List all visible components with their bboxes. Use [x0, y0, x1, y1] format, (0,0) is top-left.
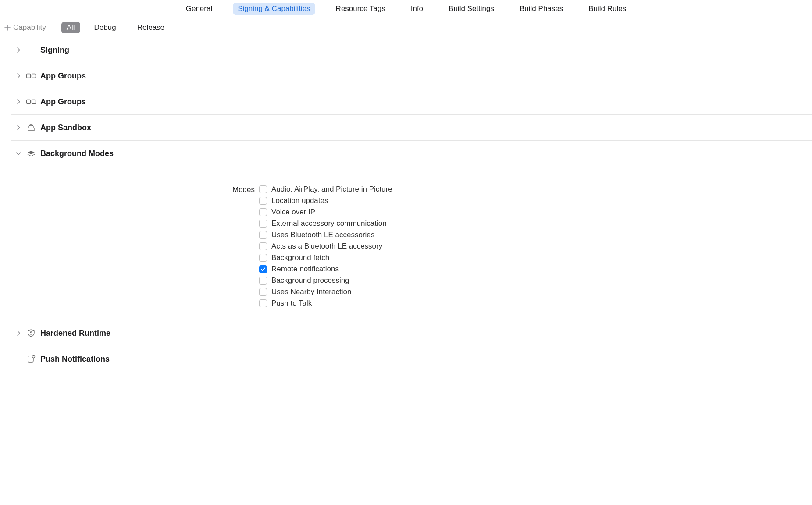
mode-label: Remote notifications [271, 265, 339, 274]
section-title-app-sandbox: App Sandbox [40, 123, 91, 132]
section-app-sandbox[interactable]: App Sandbox [11, 115, 812, 141]
chevron-down-icon [15, 150, 22, 157]
mode-item: Voice over IP [259, 208, 392, 217]
mode-item: Location updates [259, 196, 392, 205]
section-title-app-groups: App Groups [40, 97, 86, 107]
section-title-background-modes: Background Modes [40, 149, 114, 158]
mode-item: Uses Bluetooth LE accessories [259, 231, 392, 239]
tab-general[interactable]: General [182, 3, 217, 15]
mode-item: Uses Nearby Interaction [259, 288, 392, 296]
section-push-notifications[interactable]: Push Notifications [11, 346, 812, 372]
mode-label: Uses Bluetooth LE accessories [271, 231, 374, 239]
tab-signing-capabilities[interactable]: Signing & Capabilities [233, 3, 314, 15]
filter-release[interactable]: Release [132, 22, 170, 33]
mode-item: Audio, AirPlay, and Picture in Picture [259, 185, 392, 194]
tab-build-settings[interactable]: Build Settings [444, 3, 499, 15]
section-title-hardened-runtime: Hardened Runtime [40, 329, 110, 338]
section-hardened-runtime[interactable]: Hardened Runtime [11, 320, 812, 346]
filter-debug[interactable]: Debug [89, 22, 121, 33]
section-signing[interactable]: Signing [11, 37, 812, 63]
mode-checkbox[interactable] [259, 231, 267, 239]
mode-checkbox[interactable] [259, 288, 267, 296]
modes-label: Modes [11, 185, 259, 308]
app-groups-icon [26, 97, 36, 107]
mode-label: Background processing [271, 276, 349, 285]
add-capability-label: Capability [13, 23, 46, 32]
plus-icon [4, 25, 11, 31]
section-title-signing: Signing [40, 46, 69, 55]
mode-item: Background processing [259, 276, 392, 285]
mode-checkbox[interactable] [259, 242, 267, 250]
mode-checkbox[interactable] [259, 277, 267, 285]
mode-item: Background fetch [259, 253, 392, 262]
chevron-right-icon [15, 98, 22, 105]
section-app-groups-2[interactable]: App Groups [11, 89, 812, 115]
mode-label: External accessory communication [271, 219, 387, 228]
mode-checkbox[interactable] [259, 208, 267, 216]
svg-rect-1 [32, 74, 36, 78]
tab-build-phases[interactable]: Build Phases [515, 3, 567, 15]
svg-rect-4 [30, 333, 32, 334]
svg-point-6 [32, 356, 35, 358]
app-groups-icon [26, 71, 36, 81]
mode-item: External accessory communication [259, 219, 392, 228]
editor-tabs: General Signing & Capabilities Resource … [0, 0, 812, 18]
mode-item: Remote notifications [259, 265, 392, 274]
mode-label: Background fetch [271, 253, 329, 262]
mode-checkbox[interactable] [259, 185, 267, 193]
mode-checkbox[interactable] [259, 299, 267, 307]
section-title-app-groups: App Groups [40, 71, 86, 81]
svg-rect-0 [27, 74, 31, 78]
push-notifications-icon [26, 354, 36, 364]
svg-rect-2 [27, 100, 31, 104]
mode-item: Acts as a Bluetooth LE accessory [259, 242, 392, 251]
mode-checkbox[interactable] [259, 254, 267, 262]
mode-label: Location updates [271, 196, 328, 205]
chevron-right-icon [15, 330, 22, 337]
mode-label: Uses Nearby Interaction [271, 288, 351, 296]
shield-lock-icon [26, 328, 36, 338]
mode-checkbox[interactable] [259, 197, 267, 205]
background-modes-body: Modes Audio, AirPlay, and Picture in Pic… [11, 167, 812, 320]
background-modes-icon [26, 149, 36, 159]
sandbox-icon [26, 123, 36, 132]
filter-all[interactable]: All [61, 22, 80, 33]
section-title-push-notifications: Push Notifications [40, 355, 110, 364]
chevron-right-icon [15, 72, 22, 79]
chevron-right-icon [15, 124, 22, 131]
mode-label: Acts as a Bluetooth LE accessory [271, 242, 382, 251]
mode-label: Push to Talk [271, 299, 312, 308]
tab-info[interactable]: Info [406, 3, 427, 15]
mode-checkbox[interactable] [259, 265, 267, 273]
tab-resource-tags[interactable]: Resource Tags [331, 3, 390, 15]
modes-list: Audio, AirPlay, and Picture in PictureLo… [259, 185, 392, 308]
mode-label: Audio, AirPlay, and Picture in Picture [271, 185, 392, 194]
add-capability-button[interactable]: Capability [4, 23, 46, 32]
section-background-modes[interactable]: Background Modes [11, 141, 812, 167]
section-app-groups-1[interactable]: App Groups [11, 63, 812, 89]
capabilities-toolbar: Capability All Debug Release [0, 18, 812, 37]
mode-label: Voice over IP [271, 208, 315, 217]
capabilities-list: Signing App Groups App Groups App Sandbo… [11, 37, 812, 372]
tab-build-rules[interactable]: Build Rules [584, 3, 630, 15]
chevron-right-icon [15, 46, 22, 53]
svg-rect-3 [32, 100, 36, 104]
mode-checkbox[interactable] [259, 220, 267, 228]
mode-item: Push to Talk [259, 299, 392, 308]
toolbar-divider [54, 22, 54, 33]
